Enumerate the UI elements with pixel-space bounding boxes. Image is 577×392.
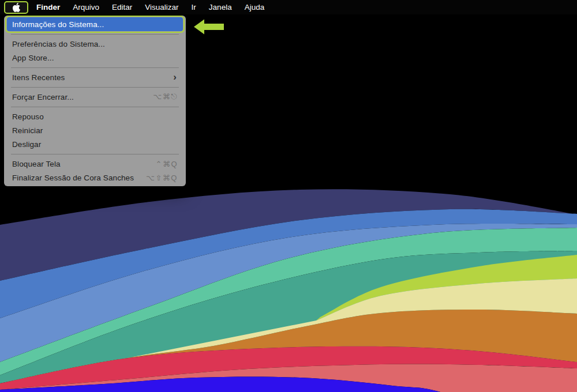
menubar-item-ir[interactable]: Ir xyxy=(185,0,203,14)
menubar: FinderArquivoEditarVisualizarIrJanelaAju… xyxy=(0,0,577,14)
menu-separator xyxy=(4,104,186,110)
menu-item-shortcut: ⌥⌘⎋ xyxy=(153,92,178,101)
menu-item-system-info[interactable]: Informações do Sistema... xyxy=(7,17,183,31)
apple-logo-icon xyxy=(13,3,20,12)
menu-item-lock-screen[interactable]: Bloquear Tela⌃⌘Q xyxy=(7,157,183,171)
menu-item-restart[interactable]: Reiniciar xyxy=(7,123,183,137)
menu-item-shortcut: ⌃⌘Q xyxy=(155,160,178,168)
menu-item-force-quit[interactable]: Forçar Encerrar...⌥⌘⎋ xyxy=(7,90,183,104)
menu-item-recent-items[interactable]: Itens Recentes› xyxy=(7,70,183,84)
menu-item-label: Repouso xyxy=(12,112,178,121)
menubar-item-ajuda[interactable]: Ajuda xyxy=(238,0,271,14)
menu-item-shortcut: ⌥⇧⌘Q xyxy=(146,174,178,182)
menubar-item-editar[interactable]: Editar xyxy=(106,0,138,14)
menu-separator xyxy=(4,151,186,157)
menu-item-label: Finalizar Sessão de Cora Sanches xyxy=(12,174,146,182)
menu-item-sleep[interactable]: Repouso xyxy=(7,110,183,123)
menu-item-system-preferences[interactable]: Preferências do Sistema... xyxy=(7,37,183,51)
menubar-item-finder[interactable]: Finder xyxy=(30,0,66,14)
menubar-item-janela[interactable]: Janela xyxy=(203,0,238,14)
apple-menu-button[interactable] xyxy=(4,1,28,14)
menu-item-label: App Store... xyxy=(12,54,178,62)
menu-separator xyxy=(4,65,186,70)
apple-menu: Informações do Sistema...Preferências do… xyxy=(4,16,186,186)
menu-separator xyxy=(4,31,186,37)
menu-item-label: Preferências do Sistema... xyxy=(12,40,178,48)
menu-item-label: Desligar xyxy=(12,140,178,149)
menubar-item-arquivo[interactable]: Arquivo xyxy=(66,0,106,14)
menu-item-app-store[interactable]: App Store... xyxy=(7,51,183,65)
submenu-chevron-icon: › xyxy=(173,72,177,82)
menu-item-label: Itens Recentes xyxy=(12,73,173,82)
menubar-item-visualizar[interactable]: Visualizar xyxy=(138,0,185,14)
desktop: FinderArquivoEditarVisualizarIrJanelaAju… xyxy=(0,0,577,392)
menu-item-label: Reiniciar xyxy=(12,126,178,135)
menu-item-label: Forçar Encerrar... xyxy=(12,93,153,101)
menubar-items: FinderArquivoEditarVisualizarIrJanelaAju… xyxy=(30,0,271,14)
menu-item-label: Informações do Sistema... xyxy=(12,20,178,29)
menu-item-label: Bloquear Tela xyxy=(12,160,155,168)
menu-separator xyxy=(4,84,186,90)
annotation-arrow-icon xyxy=(193,18,224,35)
menu-item-log-out[interactable]: Finalizar Sessão de Cora Sanches⌥⇧⌘Q xyxy=(7,171,183,184)
menu-item-shut-down[interactable]: Desligar xyxy=(7,137,183,151)
